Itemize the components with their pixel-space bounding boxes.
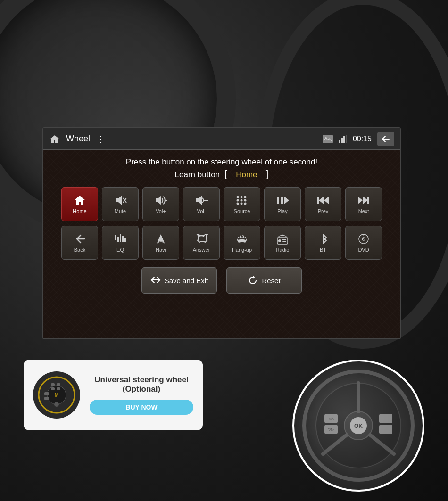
header-right: 00:15 [323,132,394,146]
svg-rect-33 [124,238,126,242]
svg-point-65 [350,417,367,434]
btn-hangup[interactable]: Hang-up [224,226,260,260]
btn-source-label: Source [234,208,250,214]
btn-answer[interactable]: Answer [183,226,220,260]
vol-plus-btn-icon [154,194,167,206]
bracket-close: ] [263,169,268,179]
svg-rect-32 [122,236,124,242]
home-btn-icon [73,194,86,206]
btn-vol-plus-label: Vol+ [156,208,166,214]
btn-mute[interactable]: Mute [102,187,139,221]
accessory-card: M Universal steering wheel (Optional) BU… [24,360,203,430]
btn-prev-label: Prev [318,208,329,214]
btn-back-label: Back [74,247,85,253]
wheel-photo: ◁△ ▽▷ OK [292,360,424,492]
svg-marker-24 [324,197,329,204]
btn-next-label: Next [358,208,369,214]
svg-rect-49 [51,387,55,390]
btn-vol-minus[interactable]: Vol- [183,187,220,221]
svg-marker-22 [284,197,289,204]
accessory-title: Universal steering wheel (Optional) [90,375,193,394]
save-exit-label: Save and Exit [165,277,208,285]
eq-btn-icon [114,233,127,245]
btn-bt-label: BT [320,247,326,253]
btn-navi-label: Navi [156,247,166,253]
back-btn-icon [73,233,86,245]
mute-btn-icon [114,194,127,206]
learn-button-label: Learn button [175,170,220,179]
bottom-section: M Universal steering wheel (Optional) BU… [0,360,448,492]
buy-now-button[interactable]: BUY NOW [90,400,193,415]
back-button[interactable] [377,132,394,146]
btn-answer-label: Answer [193,247,210,253]
svg-marker-23 [319,197,324,204]
svg-marker-4 [343,136,345,143]
btn-source[interactable]: Source [224,187,260,221]
header-bar: Wheel ⋮ 00:15 [43,128,400,150]
btn-back[interactable]: Back [61,226,98,260]
svg-point-14 [237,199,239,202]
btn-radio-label: Radio [276,247,290,253]
svg-rect-62 [324,425,338,434]
svg-point-43 [363,234,365,236]
menu-dots[interactable]: ⋮ [96,133,105,145]
save-exit-button[interactable]: Save and Exit [141,267,217,294]
svg-point-42 [363,238,364,239]
btn-vol-plus[interactable]: Vol+ [142,187,179,221]
source-btn-icon [235,194,249,206]
svg-rect-48 [57,383,60,386]
signal-icon [339,135,347,143]
svg-rect-21 [281,197,283,204]
btn-bt[interactable]: BT [305,226,341,260]
button-grid-row2: Back EQ Navi [53,226,390,260]
svg-point-57 [344,411,373,440]
svg-rect-68 [379,425,392,434]
svg-rect-67 [379,414,392,423]
navi-btn-icon [154,233,167,245]
svg-point-13 [244,196,247,198]
btn-navi[interactable]: Navi [142,226,179,260]
save-exit-icon [150,276,161,285]
header-left: Wheel ⋮ [49,133,105,145]
main-panel: Wheel ⋮ 00:15 [42,127,401,339]
svg-rect-38 [282,239,286,240]
btn-hangup-label: Hang-up [232,247,252,253]
btn-radio[interactable]: Radio [264,226,301,260]
svg-point-37 [278,239,281,242]
dvd-btn-icon [357,233,370,245]
learn-button-row: Learn button [ Home ] [53,169,390,180]
svg-point-18 [241,203,243,205]
answer-btn-icon [195,233,208,245]
btn-prev[interactable]: Prev [305,187,341,221]
time-display: 00:15 [353,135,372,143]
next-btn-icon [357,194,370,206]
header-title: Wheel [66,134,90,144]
svg-point-15 [241,199,243,202]
btn-eq[interactable]: EQ [102,226,139,260]
svg-marker-2 [339,140,340,143]
svg-marker-27 [358,197,363,204]
svg-marker-44 [253,276,255,279]
btn-dvd[interactable]: DVD [345,226,382,260]
reset-label: Reset [262,277,280,285]
svg-rect-47 [51,383,55,386]
svg-rect-52 [44,397,49,400]
btn-play[interactable]: Play [264,187,301,221]
action-buttons: Save and Exit Reset [53,267,390,294]
current-button-value: Home [236,170,257,179]
reset-button[interactable]: Reset [226,267,302,294]
svg-point-17 [237,203,239,205]
svg-rect-51 [44,392,49,395]
svg-line-60 [370,435,394,454]
svg-rect-25 [317,197,319,204]
btn-home-label: Home [73,208,86,214]
svg-rect-50 [57,387,60,390]
btn-vol-minus-label: Vol- [197,208,206,214]
content-area: Press the button on the steering wheel o… [43,150,400,338]
btn-next[interactable]: Next [345,187,382,221]
svg-marker-26 [363,197,368,204]
accessory-info: Universal steering wheel (Optional) BUY … [90,375,193,415]
btn-home[interactable]: Home [61,187,98,221]
svg-text:◁△: ◁△ [328,417,334,421]
instruction-line1: Press the button on the steering wheel o… [53,157,390,167]
